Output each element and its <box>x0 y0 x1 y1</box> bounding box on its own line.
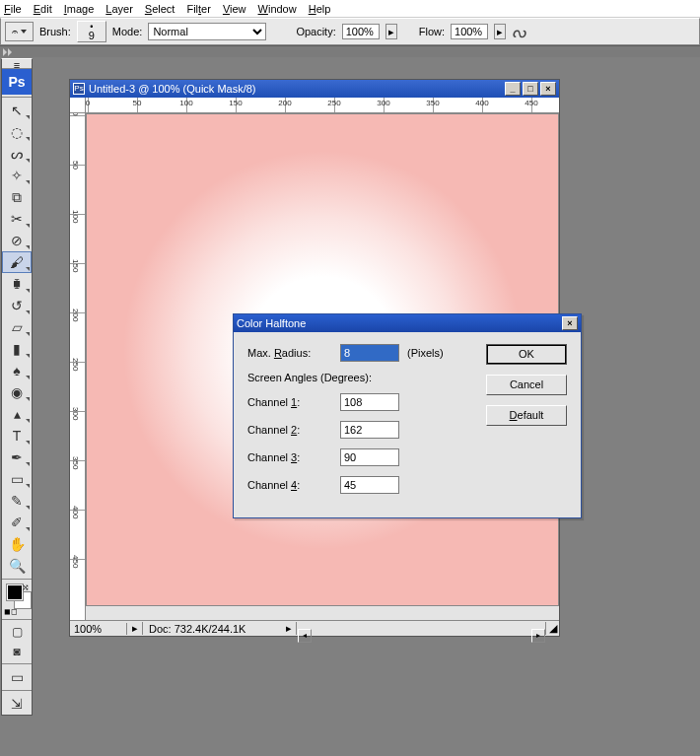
menu-file[interactable]: File <box>4 3 22 15</box>
default-button[interactable]: Default <box>486 405 567 426</box>
menu-edit[interactable]: Edit <box>34 3 52 15</box>
tools-header[interactable]: ≡ <box>2 59 32 69</box>
brush-tool-icon: 𝄐 <box>12 26 18 38</box>
jump-to-icon[interactable]: ⇲ <box>2 693 32 715</box>
channel1-label: Channel 1: <box>247 396 332 408</box>
palette-well-gutter <box>0 45 700 57</box>
channel2-label: Channel 2: <box>247 424 332 436</box>
channel4-input[interactable] <box>340 476 399 494</box>
brush-preset-picker[interactable]: • 9 <box>77 21 106 42</box>
channel1-input[interactable] <box>340 393 399 411</box>
lasso-tool-icon[interactable]: ᔕ <box>2 143 32 165</box>
mode-label: Mode: <box>112 26 143 37</box>
menu-window[interactable]: Window <box>258 3 297 15</box>
menu-layer[interactable]: Layer <box>105 3 133 15</box>
cancel-button[interactable]: Cancel <box>486 375 567 395</box>
ruler-horizontal[interactable]: 050100150200250300350400450 <box>86 98 559 113</box>
healing-tool-icon[interactable]: ⊘ <box>2 230 32 251</box>
standard-mode-icon[interactable]: ▢ <box>2 622 32 642</box>
tool-preset-picker[interactable]: 𝄐 <box>5 22 34 41</box>
move-tool-icon[interactable]: ↖ <box>2 100 32 121</box>
document-titlebar[interactable]: Ps Untitled-3 @ 100% (Quick Mask/8) _ □ … <box>70 80 559 98</box>
flow-label: Flow: <box>419 26 445 37</box>
menu-bar: File Edit Image Layer Select Filter View… <box>0 0 700 18</box>
resize-grip-icon[interactable]: ◢ <box>545 622 559 635</box>
notes-tool-icon[interactable]: ✎ <box>2 490 32 512</box>
blur-tool-icon[interactable]: ♠ <box>2 360 32 381</box>
document-statusbar: 100% ▸ Doc: 732.4K/244.1K ▸ ◂ ▸ ◢ <box>70 620 559 636</box>
slice-tool-icon[interactable]: ✂ <box>2 208 32 230</box>
channel3-label: Channel 3: <box>247 451 332 463</box>
channel2-input[interactable] <box>340 421 399 439</box>
opacity-flyout-icon[interactable]: ▸ <box>385 24 397 39</box>
eraser-tool-icon[interactable]: ▱ <box>2 316 32 338</box>
scroll-left-icon[interactable]: ◂ <box>298 629 312 643</box>
shape-tool-icon[interactable]: ▭ <box>2 468 32 490</box>
menu-image[interactable]: Image <box>64 3 95 15</box>
channel4-label: Channel 4: <box>247 479 332 491</box>
flow-flyout-icon[interactable]: ▸ <box>494 24 506 39</box>
status-flyout-icon[interactable]: ▸ <box>127 622 143 635</box>
gradient-tool-icon[interactable]: ▮ <box>2 338 32 360</box>
minimize-button[interactable]: _ <box>505 82 521 96</box>
dodge-tool-icon[interactable]: ◉ <box>2 381 32 403</box>
tools-palette: ≡ Ps ↖ ◌ ᔕ ✧ ⧉ ✂ ⊘ 🖌 ⧯ ↺ ▱ ▮ ♠ ◉ ▴ T ✒ ▭… <box>1 58 33 716</box>
hand-tool-icon[interactable]: ✋ <box>2 533 32 555</box>
scroll-right-icon[interactable]: ▸ <box>531 629 545 643</box>
docinfo-flyout-icon[interactable]: ▸ <box>281 622 297 635</box>
menu-view[interactable]: View <box>223 3 246 15</box>
color-swatches[interactable]: ⤭ ◼◻ <box>2 582 32 617</box>
stamp-tool-icon[interactable]: ⧯ <box>2 273 32 295</box>
ps-logo-icon[interactable]: Ps <box>2 69 32 95</box>
opacity-input[interactable] <box>342 24 380 39</box>
max-radius-input[interactable] <box>340 344 399 362</box>
zoom-level[interactable]: 100% <box>70 623 127 635</box>
ruler-origin[interactable] <box>70 98 86 113</box>
default-colors-icon[interactable]: ◼◻ <box>4 607 18 616</box>
airbrush-toggle-icon[interactable]: ᔓ <box>512 23 525 41</box>
menu-select[interactable]: Select <box>145 3 175 15</box>
menu-help[interactable]: Help <box>309 3 331 15</box>
pen-tool-icon[interactable]: ✒ <box>2 447 32 468</box>
document-info[interactable]: Doc: 732.4K/244.1K <box>143 623 281 635</box>
document-title: Untitled-3 @ 100% (Quick Mask/8) <box>89 83 256 95</box>
ruler-vertical[interactable]: 050100150200250300350400450 <box>70 113 86 620</box>
flow-input[interactable] <box>451 24 488 39</box>
dialog-close-button[interactable]: × <box>562 316 578 330</box>
maximize-button[interactable]: □ <box>523 82 538 96</box>
marquee-tool-icon[interactable]: ◌ <box>2 121 32 143</box>
pixels-label: (Pixels) <box>407 347 444 359</box>
dialog-titlebar[interactable]: Color Halftone × <box>234 314 581 332</box>
color-halftone-dialog: Color Halftone × Max. Radius: (Pixels) S… <box>233 313 582 518</box>
document-icon: Ps <box>73 83 85 95</box>
ok-button[interactable]: OK <box>486 344 567 365</box>
screen-mode-icon[interactable]: ▭ <box>2 666 32 688</box>
channel3-input[interactable] <box>340 448 399 466</box>
wand-tool-icon[interactable]: ✧ <box>2 165 32 186</box>
mode-select[interactable]: Normal <box>148 23 266 40</box>
path-select-tool-icon[interactable]: ▴ <box>2 403 32 425</box>
eyedropper-tool-icon[interactable]: ✐ <box>2 512 32 533</box>
opacity-label: Opacity: <box>296 26 335 37</box>
options-bar: 𝄐 Brush: • 9 Mode: Normal Opacity: ▸ Flo… <box>0 18 700 45</box>
zoom-tool-icon[interactable]: 🔍 <box>2 555 32 577</box>
quick-mask-icon[interactable]: ◙ <box>2 642 32 661</box>
swap-colors-icon[interactable]: ⤭ <box>22 583 30 592</box>
brush-label: Brush: <box>39 26 71 37</box>
menu-filter[interactable]: Filter <box>186 3 210 15</box>
type-tool-icon[interactable]: T <box>2 425 32 447</box>
history-brush-tool-icon[interactable]: ↺ <box>2 295 32 316</box>
close-button[interactable]: × <box>540 82 556 96</box>
dialog-title: Color Halftone <box>237 317 306 329</box>
brush-tool-icon[interactable]: 🖌 <box>2 251 32 273</box>
brush-size-value: 9 <box>89 32 95 40</box>
max-radius-label: Max. Radius: <box>247 347 332 359</box>
screen-angles-label: Screen Angles (Degrees): <box>247 372 472 383</box>
crop-tool-icon[interactable]: ⧉ <box>2 186 32 208</box>
